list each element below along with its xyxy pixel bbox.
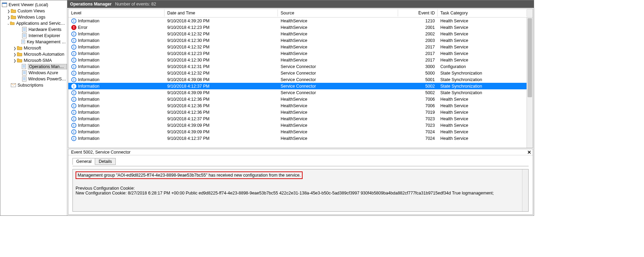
detail-scrollbar[interactable]: [522, 169, 528, 211]
tree-item[interactable]: Windows Azure: [0, 70, 67, 76]
event-rows[interactable]: iInformation9/10/2018 4:39:20 PMHealthSe…: [68, 18, 533, 148]
tree-item[interactable]: Key Management Service: [0, 39, 67, 45]
folder-icon: [10, 21, 15, 26]
cell-level: !Error: [68, 25, 165, 30]
event-row[interactable]: iInformation9/10/2018 4:12:32 PMHealthSe…: [68, 44, 533, 50]
event-row[interactable]: iInformation9/10/2018 4:12:30 PMHealthSe…: [68, 37, 533, 44]
cell-task: State Synchronization: [438, 77, 527, 82]
cell-source: HealthService: [278, 38, 398, 43]
event-row[interactable]: iInformation9/10/2018 4:39:09 PMHealthSe…: [68, 128, 533, 135]
tree-twisty-icon[interactable]: ❯: [7, 9, 11, 13]
cell-event-id: 2002: [398, 32, 438, 36]
cell-source: HealthService: [278, 116, 398, 121]
tree-item-label: Custom Views: [18, 9, 45, 13]
cell-event-id: 2017: [398, 58, 438, 63]
svg-rect-17: [23, 67, 25, 68]
col-scroll-gutter: [527, 9, 533, 17]
tree-item-label: Operations Manager: [28, 64, 67, 69]
tree-item[interactable]: Subscriptions: [0, 82, 67, 88]
tree-twisty-icon[interactable]: ❯: [7, 15, 11, 19]
tree-twisty-icon[interactable]: ⌄: [7, 22, 10, 25]
cell-level: iInformation: [68, 51, 165, 56]
log-icon: [22, 76, 27, 82]
cell-date: 9/10/2018 4:12:30 PM: [165, 38, 278, 43]
event-row[interactable]: iInformation9/10/2018 4:12:30 PMHealthSe…: [68, 57, 533, 63]
svg-text:i: i: [74, 65, 75, 69]
event-row[interactable]: iInformation9/10/2018 4:12:36 PMHealthSe…: [68, 96, 533, 102]
event-row[interactable]: iInformation9/10/2018 4:12:36 PMHealthSe…: [68, 109, 533, 115]
close-icon[interactable]: ✕: [527, 149, 531, 155]
svg-rect-25: [23, 80, 25, 80]
svg-text:i: i: [74, 98, 75, 101]
tree-item[interactable]: ❯Microsoft: [0, 45, 67, 51]
event-row[interactable]: iInformation9/10/2018 4:39:09 PMService …: [68, 89, 533, 96]
cell-date: 9/10/2018 4:12:32 PM: [165, 45, 278, 49]
event-row[interactable]: iInformation9/10/2018 4:39:08 PMService …: [68, 76, 533, 83]
event-row[interactable]: iInformation9/10/2018 4:12:32 PMHealthSe…: [68, 31, 533, 37]
svg-rect-13: [22, 43, 24, 43]
cell-event-id: 2017: [398, 51, 438, 56]
tree-twisty-icon[interactable]: ❯: [13, 46, 17, 50]
cell-task: Health Service: [438, 45, 527, 49]
col-level[interactable]: Level: [68, 9, 165, 17]
cell-level: iInformation: [68, 97, 165, 102]
tab-general[interactable]: General: [72, 158, 95, 165]
cell-task: Health Service: [438, 110, 527, 115]
vertical-scrollbar[interactable]: [527, 18, 533, 148]
tree-item[interactable]: ❯Microsoft-SMA: [0, 57, 67, 64]
event-row[interactable]: iInformation9/10/2018 4:39:20 PMHealthSe…: [68, 18, 533, 24]
col-event-id[interactable]: ︿ Event ID: [398, 9, 438, 17]
event-row[interactable]: iInformation9/10/2018 4:12:23 PMHealthSe…: [68, 50, 533, 57]
cell-date: 9/10/2018 4:12:32 PM: [165, 71, 278, 76]
tree-item[interactable]: Windows PowerShell: [0, 76, 67, 82]
cell-date: 9/10/2018 4:12:36 PM: [165, 103, 278, 108]
cell-source: HealthService: [278, 19, 398, 23]
svg-text:i: i: [74, 130, 75, 134]
svg-text:i: i: [74, 104, 75, 108]
event-row[interactable]: iInformation9/10/2018 4:12:32 PMService …: [68, 70, 533, 76]
tree-item[interactable]: Internet Explorer: [0, 33, 67, 39]
svg-rect-23: [23, 78, 25, 78]
folder-icon: [17, 45, 22, 51]
cell-level: iInformation: [68, 136, 165, 141]
cell-level: iInformation: [68, 31, 165, 37]
event-row[interactable]: iInformation9/10/2018 4:12:37 PMHealthSe…: [68, 135, 533, 142]
navigation-tree[interactable]: Event Viewer (Local) ❯Custom Views❯Windo…: [0, 0, 67, 215]
tab-details[interactable]: Details: [95, 158, 115, 165]
event-row[interactable]: iInformation9/10/2018 4:12:36 PMHealthSe…: [68, 102, 533, 109]
event-row[interactable]: iInformation9/10/2018 4:12:37 PMService …: [68, 83, 533, 89]
tree-item-label: Key Management Service: [27, 40, 67, 44]
tree-item[interactable]: ⌄Applications and Services Logs: [0, 20, 67, 26]
col-date[interactable]: Date and Time: [165, 9, 278, 17]
col-source[interactable]: Source: [278, 9, 398, 17]
event-row[interactable]: iInformation9/10/2018 4:12:37 PMHealthSe…: [68, 115, 533, 122]
tree-item[interactable]: ❯Custom Views: [0, 8, 67, 14]
event-row[interactable]: !Error9/10/2018 4:12:23 PMHealthService2…: [68, 24, 533, 31]
svg-rect-4: [23, 29, 26, 30]
cell-date: 9/10/2018 4:12:30 PM: [165, 58, 278, 63]
cell-source: HealthService: [278, 123, 398, 128]
detail-header: Event 5002, Service Connector ✕: [68, 149, 533, 155]
scrollbar-thumb[interactable]: [528, 18, 532, 97]
tree-item[interactable]: Operations Manager: [0, 64, 67, 70]
event-row[interactable]: iInformation9/10/2018 4:39:09 PMHealthSe…: [68, 122, 533, 128]
tree-twisty-icon[interactable]: ❯: [13, 53, 17, 56]
cell-task: Health Service: [438, 25, 527, 30]
event-row[interactable]: iInformation9/10/2018 4:12:31 PMService …: [68, 63, 533, 70]
tree-item[interactable]: ❯Microsoft-Automation: [0, 51, 67, 57]
event-viewer-window: Event Viewer (Local) ❯Custom Views❯Windo…: [0, 0, 534, 216]
col-task-category[interactable]: Task Category: [438, 9, 527, 17]
cell-level: iInformation: [68, 90, 165, 96]
svg-text:i: i: [74, 111, 75, 114]
cell-level: iInformation: [68, 77, 165, 82]
cell-task: State Synchronization: [438, 84, 527, 89]
tree-item-label: Subscriptions: [18, 83, 43, 88]
tree-item[interactable]: ❯Windows Logs: [0, 14, 67, 20]
svg-rect-12: [22, 42, 24, 42]
tree-item[interactable]: Hardware Events: [0, 26, 67, 33]
column-headers[interactable]: Level Date and Time Source ︿ Event ID Ta…: [68, 9, 533, 18]
cell-level: iInformation: [68, 57, 165, 63]
tree-root[interactable]: Event Viewer (Local): [0, 2, 67, 8]
cell-date: 9/10/2018 4:39:09 PM: [165, 123, 278, 128]
tree-twisty-icon[interactable]: ❯: [13, 59, 17, 63]
